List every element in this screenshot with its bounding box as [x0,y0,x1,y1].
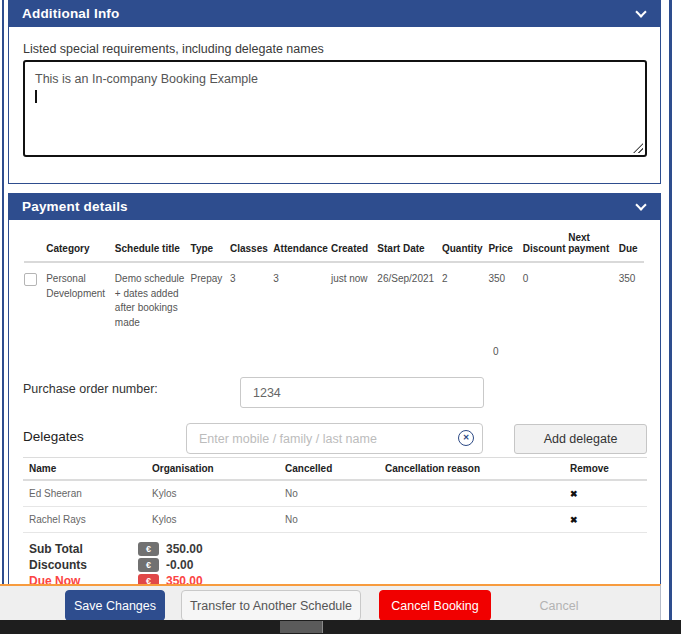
payment-details-panel: Payment details Category Schedule title … [8,193,661,585]
horizontal-scrollbar-track[interactable] [0,620,681,634]
col-start-date: Start Date [377,232,442,262]
sub-total-label: Sub Total [29,542,138,556]
cell-name: Ed Sheeran [23,480,146,507]
row-checkbox[interactable] [24,273,37,286]
col-next-payment: Next payment [568,232,618,262]
payment-table-header-row: Category Schedule title Type Classes Att… [24,232,644,262]
action-footer: Save Changes Transfer to Another Schedul… [0,584,661,620]
horizontal-scrollbar-thumb[interactable] [280,621,323,633]
delegates-table: Name Organisation Cancelled Cancellation… [23,457,647,533]
remove-delegate-icon[interactable]: ✖ [570,489,578,499]
clear-search-icon[interactable]: ✕ [458,430,474,446]
cell-next-payment [568,262,618,330]
delegate-row: Rachel Rays Kylos No ✖ [23,507,647,533]
additional-info-panel: Additional Info Listed special requireme… [8,0,661,184]
cell-cancellation-reason [379,507,564,533]
sub-total-row: Sub Total € 350.00 [29,541,203,557]
purchase-order-label: Purchase order number: [23,382,158,396]
delegate-search: ✕ [186,423,483,454]
delegate-row: Ed Sheeran Kylos No ✖ [23,480,647,507]
col-due: Due [619,232,644,262]
delegate-search-input[interactable] [186,423,483,454]
cell-type: Prepay [191,262,230,330]
col-classes: Classes [230,232,273,262]
cell-attendance: 3 [273,262,331,330]
chevron-down-icon[interactable] [635,6,646,17]
cell-cancelled: No [279,480,379,507]
col-price: Price [488,232,522,262]
euro-currency-icon: € [138,542,159,556]
discounts-label: Discounts [29,558,138,572]
remove-delegate-icon[interactable]: ✖ [570,515,578,525]
col-cancelled: Cancelled [279,458,379,481]
cell-classes: 3 [230,262,273,330]
col-name: Name [23,458,146,481]
special-requirements-label: Listed special requirements, including d… [23,42,324,56]
purchase-order-input[interactable] [240,377,484,408]
payment-table-row: Personal Development Demo schedule + dat… [24,262,644,330]
cell-discount: 0 [523,262,568,330]
cell-start-date: 26/Sep/2021 [377,262,442,330]
col-attendance: Attendance [273,232,331,262]
cell-price: 350 [488,262,522,330]
select-column-header [24,232,46,262]
totals-section: Sub Total € 350.00 Discounts € -0.00 Due… [29,541,203,589]
sub-total-value: 350.00 [166,542,203,556]
page-right-border [669,0,672,620]
text-cursor [35,90,37,103]
cell-schedule-title: Demo schedule + dates added after bookin… [115,262,191,330]
cancel-booking-button[interactable]: Cancel Booking [379,590,491,621]
cell-organisation: Kylos [146,507,279,533]
special-requirements-text: This is an In-company Booking Example [35,72,258,86]
cell-quantity: 2 [442,262,488,330]
col-organisation: Organisation [146,458,279,481]
delegates-header-row: Name Organisation Cancelled Cancellation… [23,458,647,481]
euro-currency-icon: € [138,558,159,572]
col-type: Type [191,232,230,262]
col-created: Created [331,232,377,262]
cell-organisation: Kylos [146,480,279,507]
col-quantity: Quantity [442,232,488,262]
payment-total-zero: 0 [493,346,499,357]
payment-details-header: Payment details [8,193,661,220]
resize-grip-icon[interactable] [633,143,643,153]
cancel-button[interactable]: Cancel [508,590,610,621]
payment-table: Category Schedule title Type Classes Att… [24,232,644,330]
delegates-label: Delegates [23,429,84,444]
col-schedule-title: Schedule title [115,232,191,262]
add-delegate-button[interactable]: Add delegate [514,424,647,454]
col-category: Category [46,232,115,262]
discounts-value: -0.00 [166,558,193,572]
cell-due: 350 [619,262,644,330]
col-remove: Remove [564,458,647,481]
discounts-row: Discounts € -0.00 [29,557,203,573]
chevron-down-icon[interactable] [635,199,646,210]
save-changes-button[interactable]: Save Changes [65,590,165,621]
page-left-border [2,0,4,620]
payment-details-title: Payment details [22,199,128,214]
col-cancellation-reason: Cancellation reason [379,458,564,481]
col-discount: Discount [523,232,568,262]
cell-created: just now [331,262,377,330]
cell-name: Rachel Rays [23,507,146,533]
cell-category: Personal Development [46,262,115,330]
cell-cancellation-reason [379,480,564,507]
special-requirements-textarea[interactable]: This is an In-company Booking Example [23,60,647,157]
additional-info-header: Additional Info [8,0,661,27]
cell-cancelled: No [279,507,379,533]
transfer-schedule-button[interactable]: Transfer to Another Schedule [181,590,361,621]
additional-info-title: Additional Info [22,6,119,21]
